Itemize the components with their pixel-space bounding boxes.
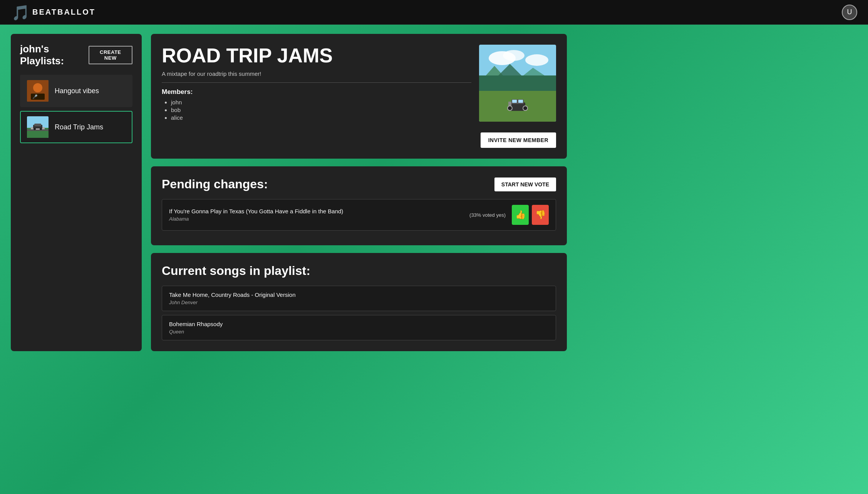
playlist-detail: ROAD TRIP JAMS A mixtape for our roadtri… [162, 45, 556, 148]
svg-point-3 [33, 83, 42, 92]
playlist-thumb-hangout: 🎤 [27, 80, 49, 102]
current-song-title-1: Bohemian Rhapsody [169, 321, 549, 327]
playlist-thumb-roadtrip [27, 116, 49, 138]
svg-point-13 [34, 128, 36, 130]
app-title: BEATBALLOT [32, 8, 96, 17]
vote-buttons-0: 👍 👎 [512, 205, 549, 225]
pending-title: Pending changes: [162, 177, 268, 191]
main-content: john's Playlists: CREATE NEW 🎤 Hangout v… [0, 25, 578, 360]
current-songs-card: Current songs in playlist: Take Me Home,… [151, 253, 567, 351]
vote-down-button-0[interactable]: 👎 [532, 205, 549, 225]
svg-point-31 [523, 106, 528, 111]
logo-icon: 🎵 [11, 4, 28, 21]
playlist-name-hangout: Hangout vibes [55, 87, 99, 95]
playlist-item-roadtrip[interactable]: Road Trip Jams [20, 111, 132, 143]
vote-up-button-0[interactable]: 👍 [512, 205, 529, 225]
app-header: 🎵 BEATBALLOT U [0, 0, 868, 25]
member-john: john [171, 99, 471, 105]
playlist-item-hangout[interactable]: 🎤 Hangout vibes [20, 75, 132, 107]
header-left: 🎵 BEATBALLOT [11, 4, 96, 21]
current-song-item-1: Bohemian Rhapsody Queen [162, 315, 556, 340]
svg-point-14 [40, 128, 42, 130]
pending-song-info-0: If You're Gonna Play in Texas (You Gotta… [169, 208, 463, 222]
sidebar: john's Playlists: CREATE NEW 🎤 Hangout v… [11, 34, 142, 351]
svg-rect-32 [512, 100, 517, 103]
svg-rect-33 [518, 100, 523, 103]
member-bob: bob [171, 107, 471, 113]
current-song-item-0: Take Me Home, Country Roads - Original V… [162, 286, 556, 311]
playlist-cover [479, 45, 556, 122]
members-label: Members: [162, 88, 471, 96]
members-list: john bob alice [162, 99, 471, 121]
member-alice: alice [171, 114, 471, 121]
playlist-detail-info: ROAD TRIP JAMS A mixtape for our roadtri… [162, 45, 471, 148]
user-avatar[interactable]: U [842, 5, 857, 20]
pending-song-title-0: If You're Gonna Play in Texas (You Gotta… [169, 208, 463, 214]
playlist-detail-desc: A mixtape for our roadtrip this summer! [162, 70, 471, 77]
svg-point-30 [508, 106, 512, 111]
playlist-detail-title: ROAD TRIP JAMS [162, 45, 471, 67]
pending-changes-card: Pending changes: START NEW VOTE If You'r… [151, 166, 567, 245]
current-song-info-1: Bohemian Rhapsody Queen [169, 321, 549, 335]
create-new-button[interactable]: CREATE NEW [89, 46, 132, 64]
start-new-vote-button[interactable]: START NEW VOTE [494, 178, 556, 191]
playlist-detail-card: ROAD TRIP JAMS A mixtape for our roadtri… [151, 34, 567, 159]
playlist-detail-right: INVITE NEW MEMBER [479, 45, 556, 148]
playlist-name-roadtrip: Road Trip Jams [55, 123, 103, 131]
current-song-artist-0: John Denver [169, 300, 549, 305]
pending-song-artist-0: Alabama [169, 216, 463, 222]
svg-text:🎵: 🎵 [12, 4, 28, 21]
sidebar-title: john's Playlists: [20, 43, 89, 67]
current-songs-header: Current songs in playlist: [162, 264, 556, 278]
svg-point-17 [503, 50, 524, 61]
svg-rect-12 [34, 124, 41, 126]
current-songs-title: Current songs in playlist: [162, 264, 310, 278]
vote-status-0: (33% voted yes) [469, 212, 506, 218]
sidebar-header: john's Playlists: CREATE NEW [20, 43, 132, 67]
svg-rect-10 [27, 129, 49, 131]
current-song-info-0: Take Me Home, Country Roads - Original V… [169, 291, 549, 305]
svg-text:🎤: 🎤 [32, 94, 38, 99]
pending-header: Pending changes: START NEW VOTE [162, 177, 556, 191]
pending-song-item-0: If You're Gonna Play in Texas (You Gotta… [162, 199, 556, 231]
invite-new-member-button[interactable]: INVITE NEW MEMBER [481, 132, 556, 148]
svg-rect-22 [479, 75, 556, 91]
divider [162, 82, 471, 83]
svg-point-18 [525, 54, 548, 66]
current-song-artist-1: Queen [169, 329, 549, 335]
right-panel: ROAD TRIP JAMS A mixtape for our roadtri… [151, 34, 567, 351]
current-song-title-0: Take Me Home, Country Roads - Original V… [169, 291, 549, 298]
